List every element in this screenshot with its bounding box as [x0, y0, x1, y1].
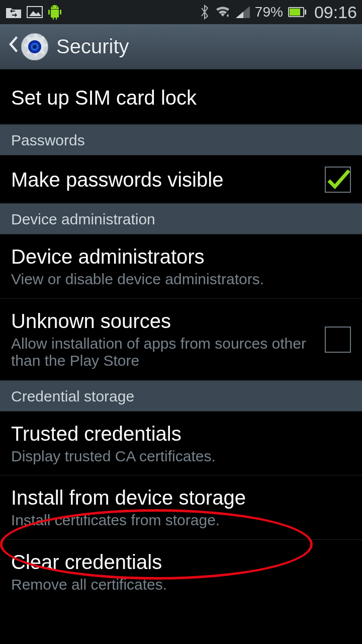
bluetooth-icon [200, 5, 210, 20]
item-desc: View or disable device administrators. [11, 271, 351, 288]
item-desc: Install certificates from storage. [11, 512, 351, 529]
status-bar: 79% 09:16 [0, 0, 362, 24]
svg-point-4 [52, 7, 53, 8]
item-label: Install from device storage [11, 487, 351, 509]
battery-percent: 79% [255, 4, 283, 20]
battery-icon [288, 7, 306, 17]
checkbox-unknown-sources[interactable] [325, 327, 351, 353]
item-device-administrators[interactable]: Device administrators View or disable de… [0, 234, 362, 299]
svg-point-5 [56, 7, 57, 8]
item-make-passwords-visible[interactable]: Make passwords visible [0, 155, 362, 203]
signal-icon [236, 6, 250, 18]
item-desc: Remove all certificates. [11, 576, 351, 594]
image-icon [26, 5, 43, 19]
android-icon [47, 4, 62, 20]
item-sim-card-lock[interactable]: Set up SIM card lock [0, 69, 362, 124]
back-icon[interactable] [7, 35, 18, 58]
item-label: Clear credentials [11, 551, 351, 573]
svg-point-11 [33, 45, 37, 49]
settings-list: Set up SIM card lock Passwords Make pass… [0, 69, 362, 603]
item-label: Device administrators [11, 246, 351, 268]
wifi-icon [215, 6, 231, 19]
section-device-administration: Device administration [0, 203, 362, 234]
svg-marker-1 [29, 11, 41, 16]
section-passwords: Passwords [0, 124, 362, 155]
svg-marker-7 [236, 12, 243, 18]
item-trusted-credentials[interactable]: Trusted credentials Display trusted CA c… [0, 412, 362, 476]
svg-rect-2 [48, 10, 50, 15]
page-title: Security [56, 35, 129, 58]
item-desc: Allow installation of apps from sources … [11, 335, 315, 370]
svg-rect-3 [60, 10, 61, 15]
item-label: Set up SIM card lock [11, 87, 351, 109]
item-desc: Display trusted CA certificates. [11, 448, 351, 465]
checkbox-passwords-visible[interactable] [325, 167, 351, 193]
item-label: Unknown sources [11, 310, 315, 332]
settings-gear-icon [21, 33, 48, 60]
item-unknown-sources[interactable]: Unknown sources Allow installation of ap… [0, 299, 362, 380]
action-bar[interactable]: Security [0, 24, 362, 69]
item-label: Make passwords visible [11, 169, 315, 191]
item-clear-credentials[interactable]: Clear credentials Remove all certificate… [0, 540, 362, 604]
clock: 09:16 [314, 3, 357, 22]
item-install-from-device-storage[interactable]: Install from device storage Install cert… [0, 475, 362, 540]
item-label: Trusted credentials [11, 423, 351, 445]
section-credential-storage: Credential storage [0, 380, 362, 412]
folder-sync-icon [5, 5, 22, 19]
